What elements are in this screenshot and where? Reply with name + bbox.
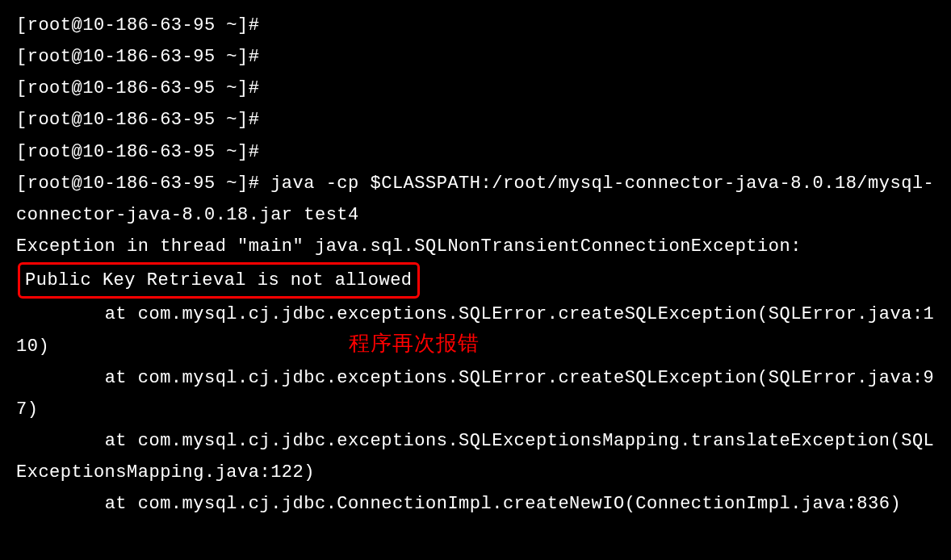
- exception-prefix: Exception in thread "main" java.sql.SQLN…: [16, 236, 813, 257]
- prompt-line: [root@10-186-63-95 ~]#: [16, 73, 935, 104]
- stack-trace-line: at com.mysql.cj.jdbc.exceptions.SQLError…: [16, 362, 935, 425]
- stack-trace-line: at com.mysql.cj.jdbc.ConnectionImpl.crea…: [16, 488, 935, 520]
- prompt-line: [root@10-186-63-95 ~]#: [16, 104, 935, 136]
- command-line: [root@10-186-63-95 ~]# java -cp $CLASSPA…: [16, 168, 935, 231]
- prompt-line: [root@10-186-63-95 ~]#: [16, 10, 935, 41]
- prompt-line: [root@10-186-63-95 ~]#: [16, 136, 935, 168]
- stack-trace-line: at com.mysql.cj.jdbc.exceptions.SQLExcep…: [16, 425, 935, 488]
- terminal-output[interactable]: [root@10-186-63-95 ~]# [root@10-186-63-9…: [16, 10, 935, 520]
- error-highlight: Public Key Retrieval is not allowed: [18, 262, 420, 299]
- error-annotation: 程序再次报错: [349, 324, 480, 361]
- exception-line: Exception in thread "main" java.sql.SQLN…: [16, 231, 935, 299]
- prompt-line: [root@10-186-63-95 ~]#: [16, 41, 935, 73]
